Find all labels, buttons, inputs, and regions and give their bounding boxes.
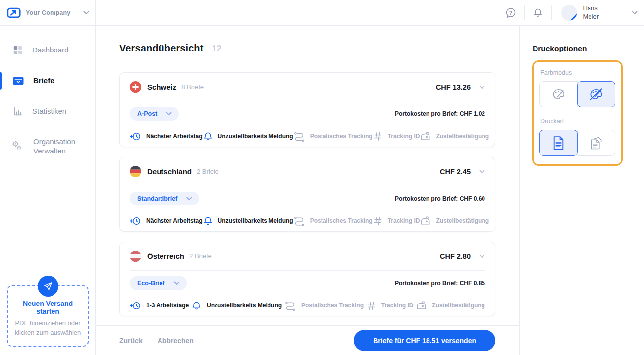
sidebar-item-dashboard[interactable]: Dashboard bbox=[0, 35, 95, 65]
letter-count-badge: 12 bbox=[212, 44, 221, 54]
dashboard-icon bbox=[12, 45, 23, 55]
feature-delivery-time[interactable]: Nächster Arbeitstag bbox=[130, 131, 203, 142]
feature-delivery-time[interactable]: 1-3 Arbeitstage bbox=[130, 300, 189, 311]
postage-per-letter: Portokosten pro Brief: CHF 1.02 bbox=[395, 110, 485, 117]
card-header: Schweiz 8 Briefe CHF 13.26 bbox=[120, 73, 495, 101]
feature-label: Zustellbestätigung bbox=[432, 302, 485, 309]
feature-postal-tracking[interactable]: Postalisches Tracking bbox=[293, 131, 373, 142]
sidebar-item-briefe[interactable]: Briefe bbox=[0, 65, 95, 96]
color-mode-bw-button[interactable] bbox=[577, 81, 615, 107]
cancel-button[interactable]: Abbrechen bbox=[158, 337, 194, 345]
sidebar-item-label: Dashboard bbox=[32, 46, 68, 55]
feature-label: Nächster Arbeitstag bbox=[146, 133, 203, 140]
document-duplex-icon bbox=[590, 136, 603, 150]
bell-icon bbox=[533, 7, 543, 18]
chevron-down-icon[interactable] bbox=[479, 85, 485, 89]
company-selector[interactable]: Your Company bbox=[0, 0, 95, 26]
sidebar-divider bbox=[8, 129, 87, 129]
chevron-down-icon bbox=[186, 197, 192, 201]
bell-icon bbox=[191, 301, 202, 311]
chevron-down-icon bbox=[166, 112, 172, 116]
chevron-down-icon[interactable] bbox=[632, 11, 638, 15]
austrian-flag-icon bbox=[130, 251, 141, 262]
product-dropdown[interactable]: Standardbrief bbox=[130, 192, 199, 205]
feature-undeliverable-notice[interactable]: Unzustellbarkeits Meldung bbox=[203, 216, 293, 226]
color-mode-color-button[interactable] bbox=[539, 81, 578, 107]
feature-undeliverable-notice[interactable]: Unzustellbarkeits Meldung bbox=[191, 301, 282, 311]
feature-label: Tracking ID bbox=[381, 302, 414, 309]
dropzone-subtitle: PDF hineinziehen oder klicken zum auswäh… bbox=[13, 319, 83, 338]
card-country: Schweiz bbox=[147, 83, 176, 91]
mailbox-icon bbox=[420, 131, 431, 142]
print-options-highlight-box: Farbmodus Druckart bbox=[532, 60, 623, 166]
feature-delivery-time[interactable]: Nächster Arbeitstag bbox=[130, 215, 203, 227]
card-total: CHF 2.80 bbox=[440, 253, 471, 260]
chevron-down-icon bbox=[174, 281, 180, 285]
product-dropdown-value: A-Post bbox=[137, 110, 157, 117]
country-card-oesterreich: Österreich 2 Briefe CHF 2.80 Eco-Brief P… bbox=[119, 242, 495, 316]
route-icon bbox=[293, 215, 305, 227]
feature-label: Nächster Arbeitstag bbox=[146, 217, 203, 224]
bell-icon bbox=[203, 216, 213, 226]
feature-undeliverable-notice[interactable]: Unzustellbarkeits Meldung bbox=[203, 131, 293, 142]
help-icon: ? bbox=[505, 7, 517, 19]
card-country: Österreich bbox=[147, 252, 184, 260]
feature-label: Unzustellbarkeits Meldung bbox=[218, 217, 293, 224]
feature-delivery-confirmation[interactable]: Zustellbestätigung bbox=[420, 215, 489, 226]
send-letters-button[interactable]: Briefe für CHF 18.51 versenden bbox=[354, 330, 495, 351]
hash-icon bbox=[373, 216, 383, 226]
feature-label: Postalisches Tracking bbox=[310, 217, 373, 224]
feature-tracking-id[interactable]: Tracking ID bbox=[373, 131, 420, 142]
feature-label: Tracking ID bbox=[388, 133, 420, 140]
card-letter-count: 2 Briefe bbox=[197, 168, 219, 175]
print-type-label: Druckart bbox=[540, 118, 615, 125]
feature-tracking-id[interactable]: Tracking ID bbox=[373, 216, 420, 226]
sidebar-item-organisation[interactable]: ⚙⚙ Organisation Verwalten bbox=[0, 131, 95, 162]
help-button[interactable]: ? bbox=[500, 2, 521, 23]
product-dropdown[interactable]: A-Post bbox=[130, 107, 179, 121]
print-options-title: Druckoptionen bbox=[533, 44, 644, 53]
feature-postal-tracking[interactable]: Postalisches Tracking bbox=[284, 300, 364, 311]
feature-postal-tracking[interactable]: Postalisches Tracking bbox=[293, 215, 373, 227]
pdf-dropzone[interactable]: Neuen Versand starten PDF hineinziehen o… bbox=[7, 285, 89, 347]
bell-icon bbox=[203, 131, 213, 142]
sidebar-item-statistiken[interactable]: Statistiken bbox=[0, 96, 95, 127]
topbar: ? Hans Meier bbox=[96, 0, 644, 26]
print-type-group: Druckart bbox=[539, 118, 615, 156]
feature-delivery-confirmation[interactable]: Zustellbestätigung bbox=[416, 300, 485, 311]
clock-arrow-icon bbox=[130, 215, 141, 227]
chevron-down-icon[interactable] bbox=[479, 254, 485, 258]
svg-text:?: ? bbox=[509, 9, 513, 15]
topbar-divider bbox=[551, 5, 552, 20]
user-name[interactable]: Hans Meier bbox=[583, 4, 599, 21]
chevron-down-icon[interactable] bbox=[83, 11, 89, 15]
card-header: Deutschland 2 Briefe CHF 2.45 bbox=[120, 157, 495, 186]
route-icon bbox=[284, 300, 296, 311]
card-total: CHF 2.45 bbox=[440, 168, 471, 176]
feature-tracking-id[interactable]: Tracking ID bbox=[366, 301, 414, 311]
print-type-simplex-button[interactable] bbox=[539, 130, 578, 156]
card-letter-count: 8 Briefe bbox=[181, 83, 204, 91]
feature-delivery-confirmation[interactable]: Zustellbestätigung bbox=[420, 131, 489, 142]
notifications-button[interactable] bbox=[528, 2, 548, 23]
avatar[interactable] bbox=[561, 4, 578, 21]
sidebar-nav: Dashboard Briefe Statistiken ⚙⚙ Organisa… bbox=[0, 26, 95, 162]
product-dropdown[interactable]: Eco-Brief bbox=[130, 276, 187, 290]
route-icon bbox=[293, 131, 305, 142]
sidebar: Your Company Dashboard Briefe Statistike… bbox=[0, 0, 96, 355]
page-title-row: Versandübersicht 12 bbox=[119, 43, 495, 54]
feature-label: 1-3 Arbeitstage bbox=[146, 302, 189, 309]
country-card-deutschland: Deutschland 2 Briefe CHF 2.45 Standardbr… bbox=[119, 157, 495, 232]
feature-label: Postalisches Tracking bbox=[310, 133, 373, 140]
back-button[interactable]: Zurück bbox=[119, 337, 143, 345]
feature-label: Zustellbestätigung bbox=[436, 217, 489, 224]
palette-crossed-icon bbox=[588, 86, 604, 102]
chart-icon bbox=[12, 106, 23, 117]
print-type-segment bbox=[539, 130, 615, 156]
clock-arrow-icon bbox=[130, 300, 141, 311]
paper-plane-icon bbox=[38, 276, 58, 297]
chevron-down-icon[interactable] bbox=[479, 170, 485, 174]
feature-label: Postalisches Tracking bbox=[301, 302, 364, 309]
letter-icon bbox=[12, 76, 24, 86]
print-type-duplex-button[interactable] bbox=[577, 130, 615, 156]
